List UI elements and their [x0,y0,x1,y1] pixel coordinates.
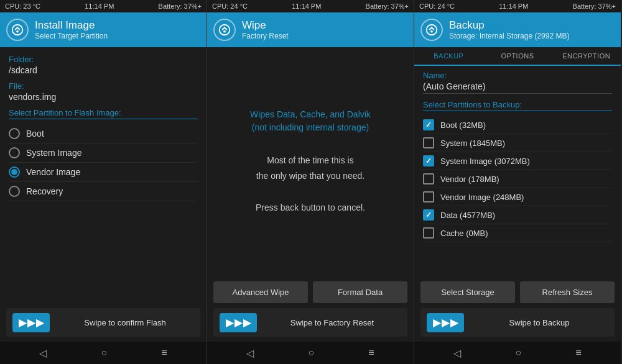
time-2: 11:14 PM [292,2,321,10]
folder-label: Folder: [9,55,198,64]
checkbox-system-image-label: System Image (3072MB) [440,157,530,166]
panel1-bottom: ▶ ▶ ▶ Swipe to confirm Flash [0,303,207,342]
svg-point-1 [16,30,19,33]
advanced-wipe-button[interactable]: Advanced Wipe [213,281,308,303]
swipe-arrows-1: ▶ ▶ ▶ [12,313,50,332]
checkbox-cache-box [423,227,434,239]
swipe-backup-bar[interactable]: ▶ ▶ ▶ Swipe to Backup [420,308,615,337]
panel3-content: Name: (Auto Generate) Select Partitions … [414,66,621,276]
backup-btn-row: Select Storage Refresh Sizes [420,281,615,303]
back-btn-2[interactable]: ◁ [240,345,260,362]
cpu-temp-1: CPU: 23 °C [5,2,40,10]
checkbox-cache-label: Cache (0MB) [440,229,488,238]
panel1-content: Folder: /sdcard File: vendors.img Select… [0,47,207,303]
status-bar-3: CPU: 24 °C 11:14 PM Battery: 37%+ [414,0,621,12]
checkbox-data[interactable]: Data (4577MB) [423,206,612,224]
radio-vendor-image[interactable]: Vendor Image [9,163,198,182]
title-bar-1: Install Image Select Target Partition [0,12,207,47]
panel2-bottom: Advanced Wipe Format Data ▶ ▶ ▶ Swipe to… [207,276,414,342]
arrow1-3: ▶ [433,317,440,329]
checkbox-data-label: Data (4577MB) [440,211,495,220]
checkbox-vendor-box [423,173,434,184]
checkbox-system[interactable]: System (1845MB) [423,134,612,152]
home-btn-1[interactable]: ○ [95,345,113,361]
radio-label-system: System Image [26,148,81,158]
radio-recovery[interactable]: Recovery [9,182,198,201]
swipe-backup-label: Swipe to Backup [470,318,608,327]
radio-label-boot: Boot [26,129,44,139]
radio-circle-system [9,147,20,158]
wipe-info: Wipes Data, Cache, and Dalvik (not inclu… [250,108,371,134]
time-1: 11:14 PM [85,2,114,10]
wipe-main-line2: the only wipe that you need. [256,171,364,181]
home-btn-2[interactable]: ○ [302,345,320,361]
radio-label-recovery: Recovery [26,186,63,196]
checkbox-boot-box [423,119,434,130]
back-btn-1[interactable]: ◁ [33,345,53,362]
select-storage-button[interactable]: Select Storage [420,281,515,303]
svg-point-4 [427,25,437,35]
radio-circle-recovery [9,186,20,197]
wipe-main: Most of the time this is the only wipe t… [256,153,365,216]
app-logo-3 [420,19,443,41]
refresh-sizes-button[interactable]: Refresh Sizes [520,281,615,303]
app-logo-2 [213,19,236,41]
panel-backup: CPU: 24 °C 11:14 PM Battery: 37%+ Backup… [414,0,621,364]
battery-1: Battery: 37%+ [159,2,202,10]
arrow2-2: ▶ [234,317,242,329]
svg-point-2 [220,25,230,35]
tab-options[interactable]: OPTIONS [483,47,552,65]
arrow1: ▶ [19,317,26,329]
arrow3: ▶ [36,317,44,329]
swipe-reset-label: Swipe to Factory Reset [263,318,401,327]
panel-wipe: CPU: 24 °C 11:14 PM Battery: 37%+ Wipe F… [207,0,414,364]
wipe-btn-row: Advanced Wipe Format Data [213,281,407,303]
radio-boot[interactable]: Boot [9,124,198,143]
radio-system-image[interactable]: System Image [9,143,198,163]
main-title-1: Install Image [35,19,108,32]
backup-tabs: BACKUP OPTIONS ENCRYPTION [414,47,621,66]
svg-point-0 [12,25,23,35]
checkbox-vendor-image-label: Vendor Image (248MB) [440,193,524,202]
status-bar-1: CPU: 23 °C 11:14 PM Battery: 37%+ [0,0,207,12]
checkbox-cache[interactable]: Cache (0MB) [423,224,612,242]
cpu-temp-2: CPU: 24 °C [212,2,248,10]
wipe-info-line1: Wipes Data, Cache, and Dalvik (not inclu… [250,109,371,132]
battery-3: Battery: 37%+ [573,2,616,10]
svg-point-3 [223,30,226,33]
checkbox-vendor-image[interactable]: Vendor Image (248MB) [423,188,612,206]
checkbox-data-box [423,209,434,221]
menu-btn-3[interactable]: ≡ [569,345,587,361]
tab-encryption[interactable]: ENCRYPTION [552,47,621,65]
swipe-reset-bar[interactable]: ▶ ▶ ▶ Swipe to Factory Reset [213,308,407,337]
format-data-button[interactable]: Format Data [313,281,407,303]
title-bar-2: Wipe Factory Reset [207,12,414,47]
checkbox-system-label: System (1845MB) [440,139,505,148]
arrow2: ▶ [27,317,35,329]
nav-bar-3: ◁ ○ ≡ [414,342,621,364]
checkbox-boot[interactable]: Boot (32MB) [423,116,612,134]
home-btn-3[interactable]: ○ [509,345,527,361]
name-label: Name: [423,71,612,80]
subtitle-3: Storage: Internal Storage (2992 MB) [449,32,569,40]
tab-backup[interactable]: BACKUP [414,47,483,66]
swipe-flash-bar[interactable]: ▶ ▶ ▶ Swipe to confirm Flash [6,308,200,337]
swipe-flash-label: Swipe to confirm Flash [56,318,194,327]
checkbox-system-image[interactable]: System Image (3072MB) [423,152,612,170]
subtitle-1: Select Target Partition [35,32,108,40]
checkbox-boot-label: Boot (32MB) [440,121,486,130]
name-value[interactable]: (Auto Generate) [423,81,612,94]
title-bar-3: Backup Storage: Internal Storage (2992 M… [414,12,621,47]
cpu-temp-3: CPU: 24 °C [419,2,455,10]
panel-install-image: CPU: 23 °C 11:14 PM Battery: 37%+ Instal… [0,0,207,364]
folder-value: /sdcard [9,65,198,75]
checkbox-vendor[interactable]: Vendor (178MB) [423,170,612,188]
swipe-arrows-3: ▶ ▶ ▶ [427,313,464,332]
radio-label-vendor: Vendor Image [26,167,80,177]
menu-btn-2[interactable]: ≡ [362,345,380,361]
back-btn-3[interactable]: ◁ [447,345,467,362]
title-text-3: Backup Storage: Internal Storage (2992 M… [449,19,569,40]
checkbox-system-image-box [423,155,434,166]
menu-btn-1[interactable]: ≡ [155,345,173,361]
status-bar-2: CPU: 24 °C 11:14 PM Battery: 37%+ [207,0,414,12]
